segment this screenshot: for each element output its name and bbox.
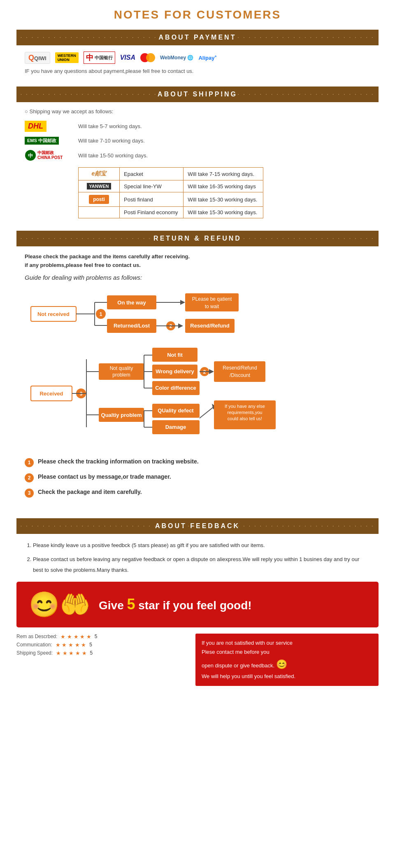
ems-time: Will take 7-10 working days. xyxy=(78,138,145,144)
shipping-intro: Shipping way we accept as follows: xyxy=(25,108,370,115)
shipping-methods: DHL Will take 5-7 working days. EMS 中国邮政… xyxy=(25,121,370,161)
payment-header: ABOUT PAYMENT xyxy=(16,30,379,45)
svg-text:problem: problem xyxy=(112,372,130,378)
chinapost-time: Will take 15-50 working days. xyxy=(78,152,148,159)
chinapost-row: 中 中国邮政CHINA POST Will take 15-50 working… xyxy=(25,150,370,161)
svg-text:Wrong delivery: Wrong delivery xyxy=(156,368,194,374)
svg-text:could also tell us!: could also tell us! xyxy=(228,416,262,421)
svg-text:PLease be qatient: PLease be qatient xyxy=(192,296,232,302)
alipay-icon: Alipay+ xyxy=(198,54,216,61)
rating-num-2: 5 xyxy=(89,642,92,648)
svg-text:Resend/Refund: Resend/Refund xyxy=(190,323,229,329)
svg-marker-15 xyxy=(180,300,185,305)
posti-economy-name: Posti Finland economy xyxy=(120,207,184,218)
ems-logo: EMS 中国邮政 xyxy=(25,137,78,145)
note-item-1: 1 Please check the tracking information … xyxy=(25,458,370,467)
feedback-item-1: Please kindly leave us a positive feedbc… xyxy=(33,540,370,551)
svg-text:Not quality: Not quality xyxy=(110,365,133,371)
yanwen-icon: YANWEN xyxy=(87,183,112,190)
svg-text:Resend/Refund: Resend/Refund xyxy=(223,365,257,371)
notes-section: 1 Please check the tracking information … xyxy=(25,458,370,498)
feedback-list: Please kindly leave us a positive feedbc… xyxy=(25,540,370,576)
webmoney-icon: WebMoney 🌐 xyxy=(160,55,193,61)
ratings-footer: Rem as Descrbed: ★ ★ ★ ★ ★ 5 Communicati… xyxy=(16,634,379,686)
rating-row-3: Shipping Speed: ★ ★ ★ ★ ★ 5 xyxy=(16,650,187,656)
epacket-logo-cell: e邮宝 xyxy=(79,168,120,180)
rating-label-2: Communication: xyxy=(16,642,52,648)
table-row: Posti Finland economy Will take 15-30 wo… xyxy=(79,207,263,218)
yanwen-logo-cell: YANWEN xyxy=(79,180,120,192)
svg-text:Received: Received xyxy=(40,391,63,397)
rating-label-3: Shipping Speed: xyxy=(16,650,53,656)
svg-marker-51 xyxy=(209,369,214,374)
shipping-section: ABOUT SHIPPING Shipping way we accept as… xyxy=(16,87,379,218)
svg-line-62 xyxy=(200,407,214,418)
rating-num-3: 5 xyxy=(90,650,93,656)
china-bank-icon: 中 中国银行 xyxy=(84,51,115,64)
epacket-icon: e邮宝 xyxy=(92,170,107,177)
smiley-icon: 😊🤲 xyxy=(29,590,91,619)
svg-text:requirements,you: requirements,you xyxy=(228,410,263,415)
dhl-logo: DHL xyxy=(25,121,78,132)
note-text-3: Check the package and item carefully. xyxy=(38,489,142,495)
not-received-diagram: 1 Not received On the way Returned/Lost xyxy=(25,289,362,339)
note-item-3: 3 Check the package and item carefully. xyxy=(25,489,370,498)
refund-header: RETURN & REFUND xyxy=(16,231,379,246)
flow-diagram: 1 Not received On the way Returned/Lost xyxy=(25,289,370,446)
svg-text:Damage: Damage xyxy=(165,424,186,430)
svg-text:Returned/Lost: Returned/Lost xyxy=(114,323,150,329)
give-star-banner: 😊🤲 Give 5 star if you feel good! xyxy=(16,582,379,627)
received-diagram: Received 3 Not quality problem Qualt xyxy=(25,339,362,446)
svg-text:QUality defect: QUality defect xyxy=(158,407,194,414)
table-row: e邮宝 Epacket Will take 7-15 working days. xyxy=(79,168,263,180)
posti-logo-cell: posti xyxy=(79,192,120,207)
epacket-time: Will take 7-15 working days. xyxy=(184,168,263,180)
epacket-name: Epacket xyxy=(120,168,184,180)
refund-section: RETURN & REFUND Please check the package… xyxy=(16,231,379,498)
dhl-row: DHL Will take 5-7 working days. xyxy=(25,121,370,132)
rating-label-1: Rem as Descrbed: xyxy=(16,634,57,639)
rating-num-1: 5 xyxy=(95,634,98,639)
svg-text:If you have any else: If you have any else xyxy=(225,404,265,409)
table-row: posti Posti finland Will take 15-30 work… xyxy=(79,192,263,207)
note-text-1: Please check the tracking information on… xyxy=(38,458,199,465)
svg-rect-52 xyxy=(214,361,265,382)
svg-text:Color difference: Color difference xyxy=(155,385,196,391)
western-union-icon: WESTERNUNION xyxy=(55,52,79,63)
svg-text:/Discount: /Discount xyxy=(230,372,251,378)
shipping-header: ABOUT SHIPPING xyxy=(16,87,379,102)
rating-row-2: Communication: ★ ★ ★ ★ ★ 5 xyxy=(16,642,187,648)
stars-3: ★ ★ ★ ★ ★ xyxy=(56,650,86,656)
give-star-text: Give 5 star if you feel good! xyxy=(99,596,252,613)
feedback-item-2: Please contact us before leaving any neg… xyxy=(33,554,370,576)
stars-1: ★ ★ ★ ★ ★ xyxy=(60,634,91,640)
feedback-header: ABOUT FEEDBACK xyxy=(16,518,379,534)
yanwen-name: Special line-YW xyxy=(120,180,184,192)
svg-text:中: 中 xyxy=(28,153,33,159)
star-number: 5 xyxy=(127,596,135,613)
posti-economy-time: Will take 15-30 working days. xyxy=(184,207,263,218)
contact-text: If you are not satisfied with our servic… xyxy=(202,640,295,680)
svg-text:On the way: On the way xyxy=(117,299,146,306)
dhl-icon: DHL xyxy=(25,121,46,132)
note-num-3: 3 xyxy=(25,489,34,498)
svg-marker-19 xyxy=(178,323,183,328)
feedback-section: ABOUT FEEDBACK Please kindly leave us a … xyxy=(16,518,379,686)
table-logo-col xyxy=(25,167,78,218)
payment-note: IF you have any questions about payment,… xyxy=(25,68,379,74)
qiwi-icon: QQIWI xyxy=(25,52,50,64)
svg-text:Not fit: Not fit xyxy=(167,352,183,358)
svg-text:1: 1 xyxy=(100,311,102,317)
svg-text:to wait: to wait xyxy=(205,304,219,309)
ems-icon: EMS 中国邮政 xyxy=(25,137,59,145)
note-num-2: 2 xyxy=(25,473,34,482)
visa-icon: VISA xyxy=(120,54,135,61)
chinapost-logo: 中 中国邮政CHINA POST xyxy=(25,150,78,161)
contact-box: If you are not satisfied with our servic… xyxy=(195,634,379,686)
note-num-1: 1 xyxy=(25,458,34,467)
yanwen-time: Will take 16-35 working days xyxy=(184,180,263,192)
page-title: NOTES FOR CUSTOMERS xyxy=(16,8,379,21)
mastercard-icon xyxy=(140,53,155,62)
note-item-2: 2 Please contact us by message,or trade … xyxy=(25,473,370,482)
posti-icon: posti xyxy=(89,195,109,204)
